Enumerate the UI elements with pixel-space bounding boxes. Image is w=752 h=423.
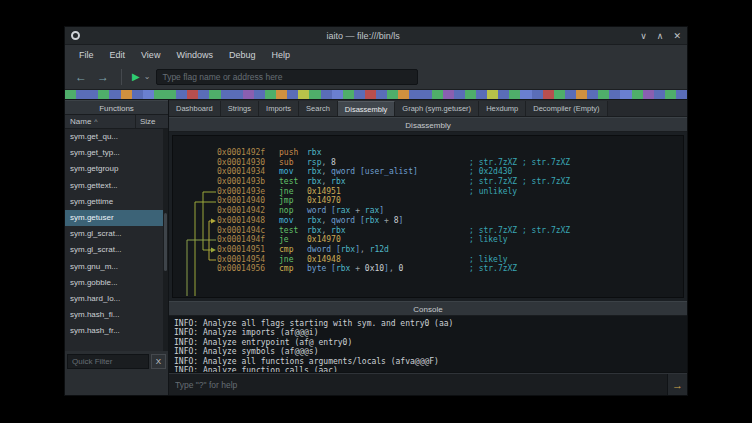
column-header-size[interactable]: Size (136, 115, 168, 128)
disasm-line[interactable]: 0x00014940jmp0x14970 (217, 196, 683, 206)
disasm-token: qword (331, 167, 360, 176)
play-icon[interactable]: ▶ (132, 72, 140, 82)
disassembly-panel-header: Disassembly (169, 117, 687, 132)
disasm-comment: ; likely (469, 235, 508, 244)
colorbar-segment (576, 90, 587, 99)
function-row[interactable]: sym.getuser (65, 210, 168, 226)
disasm-line[interactable]: 0x00014956cmpbyte [rbx + 0x10], 0; str.7… (217, 264, 683, 274)
function-row[interactable]: sym.get_typ... (65, 145, 168, 161)
disasm-token: rbx (307, 226, 321, 235)
enter-arrow-icon: → (672, 379, 683, 391)
quick-filter-row: X (65, 351, 168, 371)
column-header-name[interactable]: Name^ (65, 115, 136, 128)
tab-imports[interactable]: Imports (259, 101, 299, 116)
tab-disassembly[interactable]: Disassembly (338, 101, 396, 116)
disasm-token: 8 (331, 158, 336, 167)
colorbar-segment (243, 90, 254, 99)
tab-hexdump[interactable]: Hexdump (479, 101, 526, 116)
menu-item-help[interactable]: Help (263, 45, 298, 65)
tab-decompiler-empty[interactable]: Decompiler (Empty) (526, 101, 607, 116)
console-input-row: → (169, 373, 687, 395)
colorbar-segment (665, 90, 676, 99)
clear-filter-button[interactable]: X (151, 354, 166, 369)
disasm-mnemonic: cmp (279, 264, 307, 274)
menu-item-file[interactable]: File (71, 45, 102, 65)
disasm-line[interactable]: 0x0001492fpushrbx (217, 148, 683, 158)
menu-item-debug[interactable]: Debug (221, 45, 264, 65)
disasm-token: 0x14970 (307, 235, 341, 244)
disasm-line[interactable]: 0x00014948movrbx, qword [rbx + 8] (217, 216, 683, 226)
function-row[interactable]: sym.gl_scrat... (65, 242, 168, 258)
colorbar-segment (543, 90, 554, 99)
quick-filter-input[interactable] (67, 354, 149, 369)
disasm-operands: byte [rbx + 0x10], 0 (307, 264, 469, 274)
menu-item-windows[interactable]: Windows (168, 45, 221, 65)
disasm-operands: rbx, qword [user_alist] (307, 167, 469, 177)
disasm-operands: rsp, 8 (307, 158, 469, 168)
tab-dashboard[interactable]: Dashboard (169, 101, 221, 116)
function-row[interactable]: sym.gobble... (65, 275, 168, 291)
tab-graph-sym-getuser[interactable]: Graph (sym.getuser) (395, 101, 479, 116)
disasm-line[interactable]: 0x0001494ctestrbx, rbx; str.7zXZ ; str.7… (217, 226, 683, 236)
tab-bar: DashboardStringsImportsSearchDisassembly… (169, 100, 687, 117)
function-row[interactable]: sym.hash_fi... (65, 307, 168, 323)
disasm-token: , (321, 167, 331, 176)
disasm-operands: 0x14948 (307, 255, 469, 265)
functions-scrollbar[interactable] (163, 129, 168, 351)
disasm-token: qword (331, 216, 360, 225)
function-row[interactable]: sym.hard_lo... (65, 291, 168, 307)
colorbar-segment (98, 90, 109, 99)
disasm-line[interactable]: 0x00014934movrbx, qword [user_alist]; 0x… (217, 167, 683, 177)
console-line: INFO: Analyze all flags starting with sy… (174, 319, 682, 328)
functions-list: sym.get_qu...sym.get_typ...sym.getgroups… (65, 129, 168, 351)
function-row[interactable]: sym.getgroup (65, 161, 168, 177)
console-output: INFO: Analyze all flags starting with sy… (169, 316, 687, 373)
colorbar-segment (587, 90, 598, 99)
colorbar-segment (387, 90, 398, 99)
disasm-token: rbx (307, 148, 321, 157)
address-input[interactable] (156, 69, 418, 85)
back-icon[interactable]: ← (73, 71, 89, 83)
forward-icon[interactable]: → (95, 71, 111, 83)
disasm-address: 0x0001493e (217, 187, 265, 197)
window-controls: ∨ ∧ ✕ (640, 29, 681, 43)
function-row[interactable]: sym.gettext... (65, 178, 168, 194)
chevron-down-icon[interactable]: ⌄ (144, 73, 151, 81)
tab-search[interactable]: Search (299, 101, 338, 116)
disasm-token: , (360, 245, 370, 254)
console-input[interactable] (169, 374, 667, 395)
disasm-line[interactable]: 0x0001493ejne0x14951; unlikely (217, 187, 683, 197)
disasm-token: rbx (307, 216, 321, 225)
function-row[interactable]: sym.gnu_m... (65, 259, 168, 275)
right-pane: DashboardStringsImportsSearchDisassembly… (169, 100, 687, 395)
disasm-line[interactable]: 0x00014930subrsp, 8; str.7zXZ ; str.7zXZ (217, 158, 683, 168)
disasm-mnemonic: jne (279, 255, 307, 265)
menu-item-edit[interactable]: Edit (102, 45, 134, 65)
disasm-token: rbx (331, 177, 345, 186)
function-row[interactable]: sym.gl_scrat... (65, 226, 168, 242)
colorbar-segment (532, 90, 543, 99)
disasm-token: rbx (307, 177, 321, 186)
disasm-line[interactable]: 0x00014942nopword [rax + rax] (217, 206, 683, 216)
scrollbar-thumb[interactable] (164, 213, 167, 271)
disasm-mnemonic: jmp (279, 196, 307, 206)
function-row[interactable]: sym.hash_fr... (65, 323, 168, 339)
close-icon[interactable]: ✕ (673, 29, 681, 43)
disasm-token: rbx (336, 264, 350, 273)
minimize-icon[interactable]: ∨ (640, 29, 647, 43)
maximize-icon[interactable]: ∧ (657, 29, 664, 43)
disasm-line[interactable]: 0x00014954jne0x14948; likely (217, 255, 683, 265)
disasm-line[interactable]: 0x0001494fje0x14970; likely (217, 235, 683, 245)
menu-item-view[interactable]: View (133, 45, 168, 65)
console-enter-button[interactable]: → (667, 374, 687, 395)
disasm-address: 0x00014934 (217, 167, 265, 177)
disasm-token: 0x10 (365, 264, 384, 273)
disasm-line[interactable]: 0x00014951cmpdword [rbx], r12d (217, 245, 683, 255)
function-row[interactable]: sym.gettime (65, 194, 168, 210)
tab-strings[interactable]: Strings (221, 101, 259, 116)
address-colorbar[interactable] (65, 90, 687, 100)
disasm-operands: 0x14951 (307, 187, 469, 197)
disasm-operands: rbx (307, 148, 469, 158)
function-row[interactable]: sym.get_qu... (65, 129, 168, 145)
disasm-line[interactable]: 0x0001493btestrbx, rbx; str.7zXZ ; str.7… (217, 177, 683, 187)
